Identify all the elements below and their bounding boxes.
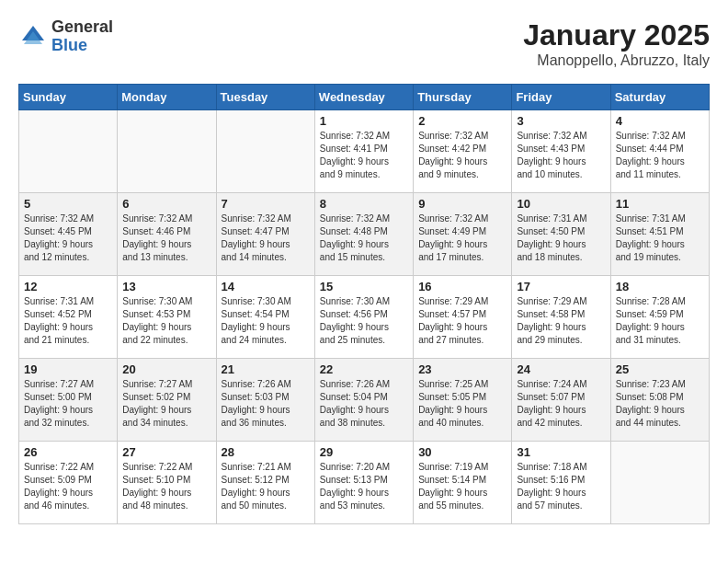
day-number: 23	[418, 362, 506, 376]
day-number: 12	[24, 280, 112, 293]
month-title: January 2025	[523, 18, 710, 52]
day-info: Sunrise: 7:32 AM Sunset: 4:44 PM Dayligh…	[616, 130, 704, 181]
day-info: Sunrise: 7:29 AM Sunset: 4:57 PM Dayligh…	[418, 295, 506, 347]
calendar-cell: 12Sunrise: 7:31 AM Sunset: 4:52 PM Dayli…	[19, 276, 118, 359]
day-number: 19	[24, 362, 112, 376]
calendar-cell: 5Sunrise: 7:32 AM Sunset: 4:45 PM Daylig…	[19, 193, 118, 276]
day-number: 11	[616, 197, 704, 211]
calendar-cell: 30Sunrise: 7:19 AM Sunset: 5:14 PM Dayli…	[414, 442, 512, 524]
day-info: Sunrise: 7:26 AM Sunset: 5:03 PM Dayligh…	[222, 378, 310, 430]
day-info: Sunrise: 7:20 AM Sunset: 5:13 PM Dayligh…	[320, 461, 408, 512]
day-number: 15	[320, 280, 408, 293]
day-number: 26	[24, 445, 112, 459]
logo-text: General Blue	[51, 18, 113, 55]
calendar-week-4: 19Sunrise: 7:27 AM Sunset: 5:00 PM Dayli…	[19, 359, 710, 442]
calendar-cell: 26Sunrise: 7:22 AM Sunset: 5:09 PM Dayli…	[19, 442, 118, 524]
day-number: 4	[616, 114, 704, 128]
day-number: 20	[122, 362, 210, 376]
day-number: 14	[222, 280, 310, 293]
day-info: Sunrise: 7:23 AM Sunset: 5:08 PM Dayligh…	[616, 378, 704, 430]
day-number: 10	[517, 197, 605, 211]
day-number: 24	[517, 362, 605, 376]
logo-icon	[18, 22, 48, 52]
day-info: Sunrise: 7:32 AM Sunset: 4:49 PM Dayligh…	[418, 213, 506, 264]
calendar-cell: 15Sunrise: 7:30 AM Sunset: 4:56 PM Dayli…	[314, 276, 413, 359]
calendar-cell: 14Sunrise: 7:30 AM Sunset: 4:54 PM Dayli…	[216, 276, 314, 359]
day-number: 17	[517, 280, 605, 293]
calendar-cell: 1Sunrise: 7:32 AM Sunset: 4:41 PM Daylig…	[314, 110, 413, 193]
calendar-cell: 13Sunrise: 7:30 AM Sunset: 4:53 PM Dayli…	[118, 276, 216, 359]
calendar-week-5: 26Sunrise: 7:22 AM Sunset: 5:09 PM Dayli…	[19, 442, 710, 524]
calendar-cell: 31Sunrise: 7:18 AM Sunset: 5:16 PM Dayli…	[512, 442, 610, 524]
day-info: Sunrise: 7:19 AM Sunset: 5:14 PM Dayligh…	[418, 461, 506, 512]
logo: General Blue	[18, 18, 113, 55]
day-info: Sunrise: 7:32 AM Sunset: 4:45 PM Dayligh…	[24, 213, 112, 264]
calendar-cell	[216, 110, 314, 193]
calendar-cell: 17Sunrise: 7:29 AM Sunset: 4:58 PM Dayli…	[512, 276, 610, 359]
day-info: Sunrise: 7:27 AM Sunset: 5:02 PM Dayligh…	[122, 378, 210, 430]
day-number: 28	[222, 445, 310, 459]
day-info: Sunrise: 7:25 AM Sunset: 5:05 PM Dayligh…	[418, 378, 506, 430]
calendar-cell	[610, 442, 709, 524]
calendar-cell: 2Sunrise: 7:32 AM Sunset: 4:42 PM Daylig…	[414, 110, 512, 193]
day-info: Sunrise: 7:21 AM Sunset: 5:12 PM Dayligh…	[222, 461, 310, 512]
page-header: General Blue January 2025 Manoppello, Ab…	[18, 18, 710, 69]
calendar-cell: 11Sunrise: 7:31 AM Sunset: 4:51 PM Dayli…	[610, 193, 709, 276]
calendar-cell: 22Sunrise: 7:26 AM Sunset: 5:04 PM Dayli…	[314, 359, 413, 442]
day-number: 27	[122, 445, 210, 459]
weekday-header-thursday: Thursday	[414, 85, 512, 110]
calendar-cell: 18Sunrise: 7:28 AM Sunset: 4:59 PM Dayli…	[610, 276, 709, 359]
calendar-cell	[118, 110, 216, 193]
day-info: Sunrise: 7:32 AM Sunset: 4:47 PM Dayligh…	[222, 213, 310, 264]
calendar-week-1: 1Sunrise: 7:32 AM Sunset: 4:41 PM Daylig…	[19, 110, 710, 193]
day-number: 22	[320, 362, 408, 376]
day-info: Sunrise: 7:32 AM Sunset: 4:42 PM Dayligh…	[418, 130, 506, 181]
day-info: Sunrise: 7:32 AM Sunset: 4:41 PM Dayligh…	[320, 130, 408, 181]
weekday-header-monday: Monday	[118, 85, 216, 110]
day-number: 31	[517, 445, 605, 459]
calendar-cell: 24Sunrise: 7:24 AM Sunset: 5:07 PM Dayli…	[512, 359, 610, 442]
day-number: 6	[122, 197, 210, 211]
calendar-cell: 3Sunrise: 7:32 AM Sunset: 4:43 PM Daylig…	[512, 110, 610, 193]
calendar-week-2: 5Sunrise: 7:32 AM Sunset: 4:45 PM Daylig…	[19, 193, 710, 276]
day-number: 16	[418, 280, 506, 293]
calendar-cell: 19Sunrise: 7:27 AM Sunset: 5:00 PM Dayli…	[19, 359, 118, 442]
day-info: Sunrise: 7:18 AM Sunset: 5:16 PM Dayligh…	[517, 461, 605, 512]
day-info: Sunrise: 7:31 AM Sunset: 4:51 PM Dayligh…	[616, 213, 704, 264]
day-info: Sunrise: 7:22 AM Sunset: 5:09 PM Dayligh…	[24, 461, 112, 512]
calendar-week-3: 12Sunrise: 7:31 AM Sunset: 4:52 PM Dayli…	[19, 276, 710, 359]
calendar-cell	[19, 110, 118, 193]
day-number: 5	[24, 197, 112, 211]
day-number: 18	[616, 280, 704, 293]
day-info: Sunrise: 7:32 AM Sunset: 4:43 PM Dayligh…	[517, 130, 605, 181]
calendar-cell: 23Sunrise: 7:25 AM Sunset: 5:05 PM Dayli…	[414, 359, 512, 442]
day-info: Sunrise: 7:31 AM Sunset: 4:50 PM Dayligh…	[517, 213, 605, 264]
weekday-header-saturday: Saturday	[610, 85, 709, 110]
logo-blue-text: Blue	[51, 37, 113, 55]
weekday-header-tuesday: Tuesday	[216, 85, 314, 110]
calendar-cell: 20Sunrise: 7:27 AM Sunset: 5:02 PM Dayli…	[118, 359, 216, 442]
calendar-cell: 8Sunrise: 7:32 AM Sunset: 4:48 PM Daylig…	[314, 193, 413, 276]
day-info: Sunrise: 7:29 AM Sunset: 4:58 PM Dayligh…	[517, 295, 605, 347]
day-info: Sunrise: 7:32 AM Sunset: 4:48 PM Dayligh…	[320, 213, 408, 264]
day-number: 9	[418, 197, 506, 211]
day-number: 21	[222, 362, 310, 376]
calendar-cell: 28Sunrise: 7:21 AM Sunset: 5:12 PM Dayli…	[216, 442, 314, 524]
day-number: 30	[418, 445, 506, 459]
calendar-cell: 6Sunrise: 7:32 AM Sunset: 4:46 PM Daylig…	[118, 193, 216, 276]
day-number: 29	[320, 445, 408, 459]
calendar-cell: 4Sunrise: 7:32 AM Sunset: 4:44 PM Daylig…	[610, 110, 709, 193]
day-info: Sunrise: 7:30 AM Sunset: 4:56 PM Dayligh…	[320, 295, 408, 347]
weekday-header-friday: Friday	[512, 85, 610, 110]
day-info: Sunrise: 7:22 AM Sunset: 5:10 PM Dayligh…	[122, 461, 210, 512]
calendar-cell: 16Sunrise: 7:29 AM Sunset: 4:57 PM Dayli…	[414, 276, 512, 359]
calendar-cell: 27Sunrise: 7:22 AM Sunset: 5:10 PM Dayli…	[118, 442, 216, 524]
day-number: 1	[320, 114, 408, 128]
day-number: 25	[616, 362, 704, 376]
logo-general-text: General	[51, 18, 113, 37]
day-info: Sunrise: 7:32 AM Sunset: 4:46 PM Dayligh…	[122, 213, 210, 264]
calendar-cell: 9Sunrise: 7:32 AM Sunset: 4:49 PM Daylig…	[414, 193, 512, 276]
day-info: Sunrise: 7:24 AM Sunset: 5:07 PM Dayligh…	[517, 378, 605, 430]
day-number: 2	[418, 114, 506, 128]
weekday-header-row: SundayMondayTuesdayWednesdayThursdayFrid…	[19, 85, 710, 110]
